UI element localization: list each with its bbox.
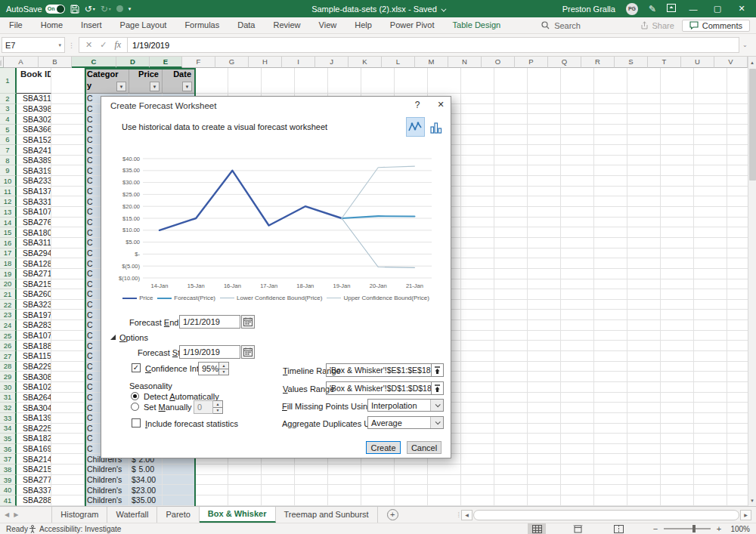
cell-N34[interactable] — [461, 424, 494, 434]
cell-Q7[interactable] — [561, 145, 594, 156]
cell-B9[interactable] — [51, 165, 85, 176]
cell-T5[interactable] — [661, 125, 694, 135]
cell-C40[interactable]: Children's — [85, 485, 129, 495]
cell-N22[interactable] — [461, 300, 494, 310]
cell-P41[interactable] — [528, 495, 561, 506]
redo-button[interactable]: ↻▾ — [101, 4, 111, 14]
cell-H41[interactable] — [262, 495, 295, 506]
cell-P23[interactable] — [528, 310, 561, 320]
cell-Q29[interactable] — [561, 372, 594, 382]
ink-pen-icon[interactable]: ✎ — [649, 4, 656, 14]
cell-N40[interactable] — [461, 485, 494, 495]
cell-N3[interactable] — [461, 104, 494, 115]
row-header-6[interactable]: 6 — [0, 135, 17, 146]
cell-Q40[interactable] — [561, 485, 594, 495]
values-range-value[interactable]: 'Box & Whisker'!$D$1:$D$181 — [327, 382, 431, 394]
cell-U36[interactable] — [694, 444, 727, 455]
cell-A30[interactable]: SBA1022 — [17, 382, 51, 393]
bar-chart-type-button[interactable] — [428, 119, 444, 136]
cell-U41[interactable] — [694, 495, 727, 506]
cell-V10[interactable] — [727, 176, 748, 187]
cell-R39[interactable] — [594, 475, 627, 486]
cell-V11[interactable] — [727, 187, 748, 197]
column-header-B[interactable]: B — [39, 57, 72, 68]
column-header-G[interactable]: G — [215, 57, 249, 68]
values-range-input[interactable]: 'Box & Whisker'!$D$1:$D$181 — [326, 381, 444, 395]
cell-O31[interactable] — [494, 393, 528, 403]
cell-B10[interactable] — [51, 176, 85, 187]
cell-U23[interactable] — [694, 310, 727, 320]
cell-O28[interactable] — [494, 362, 528, 372]
cell-Q4[interactable] — [561, 114, 594, 125]
cell-F1[interactable] — [195, 68, 228, 94]
cell-E40[interactable] — [163, 485, 195, 495]
dialog-help-button[interactable]: ? — [411, 100, 423, 110]
cell-F38[interactable] — [195, 465, 228, 475]
cell-P27[interactable] — [528, 351, 561, 362]
cell-B30[interactable] — [51, 382, 85, 393]
cell-K38[interactable] — [361, 465, 395, 475]
autosave-switch[interactable]: On — [45, 5, 65, 14]
cell-V39[interactable] — [727, 475, 748, 486]
cell-T8[interactable] — [661, 156, 694, 166]
cell-V7[interactable] — [727, 145, 748, 156]
cell-A26[interactable]: SBA1889 — [17, 341, 51, 351]
row-header-26[interactable]: 26 — [0, 341, 17, 351]
cell-V15[interactable] — [727, 227, 748, 238]
cell-N6[interactable] — [461, 135, 494, 146]
cell-M1[interactable] — [428, 68, 461, 94]
cell-A1[interactable]: Book ID — [17, 68, 51, 94]
cell-Q32[interactable] — [561, 403, 594, 413]
column-header-F[interactable]: F — [182, 57, 215, 68]
cell-U4[interactable] — [694, 114, 727, 125]
row-header-36[interactable]: 36 — [0, 444, 17, 455]
row-header-12[interactable]: 12 — [0, 196, 17, 207]
sheet-tab-histogram[interactable]: Histogram — [52, 507, 107, 523]
cell-S36[interactable] — [627, 444, 661, 455]
cell-B5[interactable] — [51, 125, 85, 135]
cell-V8[interactable] — [727, 156, 748, 166]
cell-B12[interactable] — [51, 196, 85, 207]
row-header-17[interactable]: 17 — [0, 248, 17, 259]
cell-T7[interactable] — [661, 145, 694, 156]
cell-A41[interactable]: SBA2888 — [17, 495, 51, 506]
cell-U17[interactable] — [694, 248, 727, 259]
cell-U29[interactable] — [694, 372, 727, 382]
row-header-20[interactable]: 20 — [0, 279, 17, 290]
name-box-dropdown-icon[interactable]: ▾ — [58, 42, 61, 48]
cell-S25[interactable] — [627, 331, 661, 341]
detect-automatically-radio[interactable] — [131, 392, 139, 400]
cell-Q16[interactable] — [561, 238, 594, 248]
cell-P26[interactable] — [528, 341, 561, 351]
cell-O4[interactable] — [494, 114, 528, 125]
cell-B19[interactable] — [51, 269, 85, 279]
set-manually-value[interactable]: 0 — [194, 400, 213, 414]
cell-V36[interactable] — [727, 444, 748, 455]
cell-M40[interactable] — [428, 485, 461, 495]
cell-U34[interactable] — [694, 424, 727, 434]
cell-N17[interactable] — [461, 248, 494, 259]
cell-U40[interactable] — [694, 485, 727, 495]
aggregate-duplicates-dropdown[interactable]: Average — [367, 416, 444, 429]
ribbon-tab-insert[interactable]: Insert — [72, 17, 111, 33]
cell-T28[interactable] — [661, 362, 694, 372]
cell-A38[interactable]: SBA2154 — [17, 465, 51, 475]
cell-O3[interactable] — [494, 104, 528, 115]
cell-R19[interactable] — [594, 269, 627, 279]
cell-T2[interactable] — [661, 94, 694, 104]
cell-N27[interactable] — [461, 351, 494, 362]
cell-T27[interactable] — [661, 351, 694, 362]
cell-V21[interactable] — [727, 289, 748, 300]
cell-V6[interactable] — [727, 135, 748, 146]
cell-A36[interactable]: SBA1698 — [17, 444, 51, 455]
cell-V28[interactable] — [727, 362, 748, 372]
cell-T11[interactable] — [661, 187, 694, 197]
cell-S16[interactable] — [627, 238, 661, 248]
cell-S24[interactable] — [627, 320, 661, 331]
cell-U19[interactable] — [694, 269, 727, 279]
cell-R11[interactable] — [594, 187, 627, 197]
cell-S30[interactable] — [627, 382, 661, 393]
cell-O25[interactable] — [494, 331, 528, 341]
search-box[interactable]: Search — [541, 21, 581, 30]
row-header-15[interactable]: 15 — [0, 227, 17, 238]
